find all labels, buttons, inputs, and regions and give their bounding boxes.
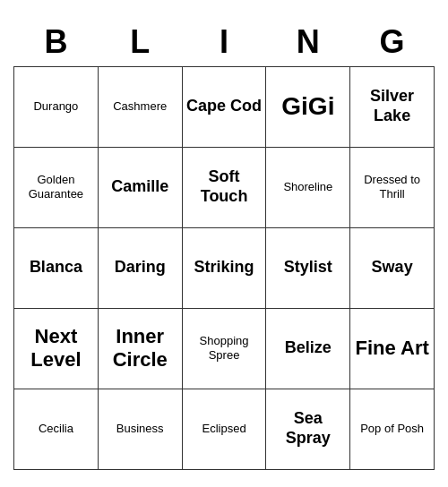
bingo-card: BLING DurangoCashmereCape CodGiGiSilver … [13,18,435,470]
bingo-cell-4-3: Sea Spray [266,389,350,469]
bingo-cell-1-3: Shoreline [266,147,350,227]
bingo-cell-4-4: Pop of Posh [350,389,435,469]
bingo-cell-3-1: Inner Circle [98,308,182,389]
bingo-cell-4-2: Eclipsed [182,389,266,469]
bingo-cell-0-0: Durango [14,66,99,147]
bingo-cell-1-2: Soft Touch [182,147,266,227]
bingo-row-0: DurangoCashmereCape CodGiGiSilver Lake [14,66,435,147]
bingo-row-3: Next LevelInner CircleShopping SpreeBeli… [14,308,435,389]
bingo-row-2: BlancaDaringStrikingStylistSway [14,227,435,308]
bingo-cell-2-2: Striking [182,227,266,308]
bingo-cell-2-1: Daring [98,227,182,308]
bingo-cell-3-4: Fine Art [350,308,435,389]
bingo-body: DurangoCashmereCape CodGiGiSilver LakeGo… [14,66,435,469]
header-letter-b: B [14,18,99,67]
bingo-cell-3-2: Shopping Spree [182,308,266,389]
bingo-cell-0-3: GiGi [266,66,350,147]
header-letter-g: G [350,18,435,67]
bingo-cell-1-4: Dressed to Thrill [350,147,435,227]
bingo-cell-3-0: Next Level [14,308,99,389]
header-letter-l: L [98,18,182,67]
bingo-cell-2-4: Sway [350,227,435,308]
bingo-row-4: CeciliaBusinessEclipsedSea SprayPop of P… [14,389,435,469]
bingo-cell-4-1: Business [98,389,182,469]
bingo-cell-0-4: Silver Lake [350,66,435,147]
bingo-cell-1-0: Golden Guarantee [14,147,99,227]
bingo-cell-3-3: Belize [266,308,350,389]
header-row: BLING [14,18,435,67]
bingo-cell-4-0: Cecilia [14,389,99,469]
bingo-cell-0-2: Cape Cod [182,66,266,147]
bingo-row-1: Golden GuaranteeCamilleSoft TouchShoreli… [14,147,435,227]
bingo-cell-1-1: Camille [98,147,182,227]
header-letter-i: I [182,18,266,67]
bingo-cell-0-1: Cashmere [98,66,182,147]
bingo-cell-2-3: Stylist [266,227,350,308]
header-letter-n: N [266,18,350,67]
bingo-cell-2-0: Blanca [14,227,99,308]
